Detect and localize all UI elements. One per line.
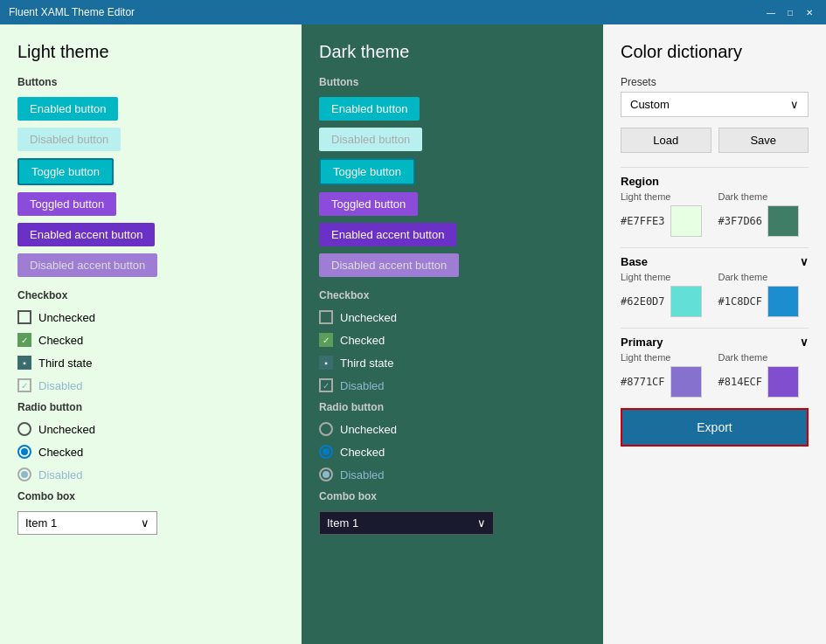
primary-light-label: Light theme [621,352,711,363]
presets-select[interactable]: Custom ∨ [621,92,809,117]
base-chevron-icon: ∨ [800,255,809,268]
light-checkbox-label: Checkbox [17,289,284,301]
base-light-hex: #62E0D7 [621,295,665,308]
dark-combo-box[interactable]: Item 1 ∨ [319,511,494,535]
window-controls: — □ ✕ [763,4,817,20]
light-combo-box[interactable]: Item 1 ∨ [17,511,157,535]
light-radio-disabled: Disabled [17,467,284,481]
export-area: Export [621,408,809,447]
region-dark-swatch[interactable] [767,205,799,237]
dark-checkbox-third-box[interactable]: ▪ [319,356,333,370]
light-checkbox-checked: ✓ Checked [17,333,284,347]
minimize-button[interactable]: — [763,4,779,20]
light-theme-title: Light theme [17,42,284,62]
dark-checkbox-label: Checkbox [319,289,586,301]
dark-radio-unchecked-circle[interactable] [319,422,333,436]
presets-label: Presets [621,76,809,88]
base-light-swatch-row: #62E0D7 [621,286,711,317]
primary-dark-swatch[interactable] [767,366,799,398]
primary-light-col: Light theme #8771CF [621,352,711,398]
light-checkbox-disabled: ✓ Disabled [17,378,284,392]
light-radio-unchecked-circle[interactable] [17,422,31,436]
region-light-swatch[interactable] [670,205,702,237]
light-disabled-button: Disabled button [17,128,121,151]
light-toggle-button[interactable]: Toggle button [17,158,114,185]
light-combo-chevron-icon: ∨ [141,516,149,530]
light-radio-checked-circle[interactable] [17,445,31,459]
save-button[interactable]: Save [718,128,809,153]
primary-light-swatch[interactable] [670,366,702,398]
base-section-header[interactable]: Base ∨ [621,247,809,272]
light-radio-checked-label: Checked [38,446,83,459]
region-themes-row: Light theme #E7FFE3 Dark theme #3F7D66 [621,191,809,237]
dark-disabled-button: Disabled button [319,128,422,151]
light-radio-label: Radio button [17,401,284,413]
dark-buttons-label: Buttons [319,76,586,88]
primary-dark-label: Dark theme [718,352,809,363]
dark-checkbox-checked-box[interactable]: ✓ [319,333,333,347]
dark-checkbox-unchecked-label: Unchecked [340,311,397,324]
light-theme-panel: Light theme Buttons Enabled button Disab… [0,24,302,644]
light-toggled-button[interactable]: Toggled button [17,192,116,216]
region-section-header[interactable]: Region [621,167,809,191]
primary-dark-hex: #814ECF [718,376,763,388]
dark-radio-checked-inner [323,448,330,455]
primary-dark-swatch-row: #814ECF [718,366,809,398]
dark-radio-unchecked: Unchecked [319,422,586,436]
base-dark-swatch-row: #1C8DCF [718,286,809,317]
dark-enabled-button[interactable]: Enabled button [319,97,420,121]
dark-theme-title: Dark theme [319,42,586,62]
maximize-button[interactable]: □ [782,4,798,20]
dark-checkbox-third-label: Third state [340,357,393,370]
base-light-col: Light theme #62E0D7 [621,272,711,317]
dark-checkbox-unchecked: Unchecked [319,310,586,324]
dark-checkbox-checked-label: Checked [340,334,385,347]
dark-toggled-button[interactable]: Toggled button [319,192,418,216]
primary-section-header[interactable]: Primary ∨ [621,328,809,352]
light-checkbox-checked-box[interactable]: ✓ [17,333,31,347]
base-dark-swatch[interactable] [767,286,799,317]
region-light-col: Light theme #E7FFE3 [621,191,711,237]
dark-radio-disabled-label: Disabled [340,468,385,481]
dark-radio-checked-circle[interactable] [319,445,333,459]
close-button[interactable]: ✕ [802,4,817,20]
base-dark-col: Dark theme #1C8DCF [718,272,809,317]
dark-radio-unchecked-label: Unchecked [340,423,397,436]
app-body: Light theme Buttons Enabled button Disab… [0,24,826,644]
dark-accent-disabled-button: Disabled accent button [319,253,459,277]
light-checkbox-checked-label: Checked [38,334,83,347]
app-title: Fluent XAML Theme Editor [9,6,135,18]
light-accent-button[interactable]: Enabled accent button [17,223,155,246]
region-light-label: Light theme [621,191,711,202]
light-buttons-label: Buttons [17,76,284,88]
dark-checkbox-disabled-label: Disabled [340,379,385,392]
presets-value: Custom [630,98,670,111]
primary-light-hex: #8771CF [621,376,665,388]
light-checkbox-third-box[interactable]: ▪ [17,356,31,370]
light-radio-disabled-inner [21,471,28,478]
color-dictionary-panel: Color dictionary Presets Custom ∨ Load S… [603,24,826,644]
region-dark-hex: #3F7D66 [718,215,763,227]
dark-checkbox-disabled-box: ✓ [319,378,333,392]
dark-checkbox-unchecked-box[interactable] [319,310,333,324]
light-radio-disabled-label: Disabled [38,468,83,481]
dark-radio-disabled: Disabled [319,467,586,481]
light-checkbox-unchecked: Unchecked [17,310,284,324]
export-button[interactable]: Export [622,410,807,445]
dark-accent-button[interactable]: Enabled accent button [319,223,456,246]
base-themes-row: Light theme #62E0D7 Dark theme #1C8DCF [621,272,809,317]
primary-dark-col: Dark theme #814ECF [718,352,809,398]
base-light-swatch[interactable] [670,286,702,317]
dark-radio-label: Radio button [319,401,586,413]
load-button[interactable]: Load [621,128,711,153]
light-checkbox-disabled-label: Disabled [38,379,83,392]
light-checkbox-unchecked-box[interactable] [17,310,31,324]
region-light-hex: #E7FFE3 [621,215,665,227]
light-enabled-button[interactable]: Enabled button [17,97,118,121]
dark-combo-label: Combo box [319,490,586,502]
light-radio-unchecked-label: Unchecked [38,423,95,436]
light-radio-disabled-circle [17,467,31,481]
dark-radio-checked-label: Checked [340,446,385,459]
dark-toggle-button[interactable]: Toggle button [319,158,415,185]
dark-combo-chevron-icon: ∨ [477,516,486,530]
